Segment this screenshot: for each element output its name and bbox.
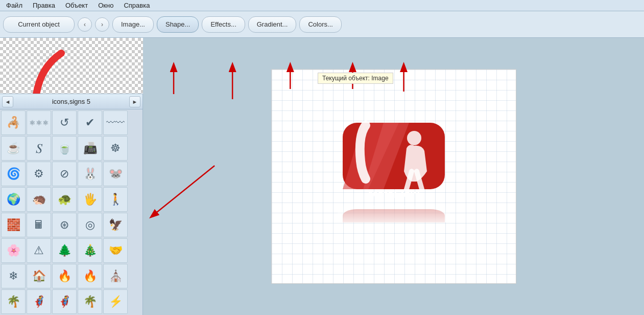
icon-cell[interactable]: ◎ <box>78 213 102 237</box>
menu-object[interactable]: Объект <box>63 2 90 9</box>
icon-cell[interactable]: 🤝 <box>103 238 128 263</box>
icon-cell[interactable]: ✔ <box>78 110 102 135</box>
icon-cell[interactable]: 🦅 <box>103 213 128 237</box>
effects-button[interactable]: Effects... <box>202 16 245 33</box>
menu-window[interactable]: Окно <box>96 2 115 9</box>
icon-cell[interactable]: 🦂 <box>1 110 26 135</box>
nav-forward-button[interactable]: › <box>95 17 109 32</box>
svg-text:MetaFlow: MetaFlow <box>368 188 419 200</box>
icon-cell[interactable]: 🦸 <box>52 289 77 314</box>
icon-cell[interactable]: 🌍 <box>1 187 26 212</box>
icon-cell[interactable]: ❄ <box>1 264 26 288</box>
toolbar: Current object ‹ › Image... Shape... Eff… <box>0 11 644 38</box>
icons-panel: ◄ icons,signs 5 ► 🦂 ⚛⚛⚛ ↺ ✔ 〰〰 ☕ 𝑆 🍵 📠 <box>0 94 142 315</box>
svg-rect-12 <box>338 205 450 222</box>
icon-cell[interactable]: 〰〰 <box>103 110 128 135</box>
icon-cell[interactable]: 🌴 <box>1 289 26 314</box>
icon-cell[interactable]: 🎄 <box>78 238 102 263</box>
menu-file[interactable]: Файл <box>4 2 25 9</box>
icon-cell[interactable]: 🦸 <box>27 289 51 314</box>
icon-cell[interactable]: 🖩 <box>27 213 51 237</box>
icon-cell[interactable]: 🖐 <box>78 187 102 212</box>
icon-cell[interactable]: 🍵 <box>52 136 77 161</box>
preview-area <box>0 38 143 94</box>
icon-cell[interactable]: 🔥 <box>78 264 102 288</box>
icon-cell[interactable]: 𝑆 <box>27 136 51 161</box>
canvas-area: Текущий объект: Image <box>143 38 644 315</box>
left-panel: ◄ icons,signs 5 ► 🦂 ⚛⚛⚛ ↺ ✔ 〰〰 ☕ 𝑆 🍵 📠 <box>0 38 143 315</box>
menu-edit[interactable]: Правка <box>31 2 57 9</box>
icon-cell[interactable]: ☸ <box>103 136 128 161</box>
canvas-container: MetaFlow MetaFlow <box>147 42 640 311</box>
icon-cell[interactable]: 📠 <box>78 136 102 161</box>
menu-help[interactable]: Справка <box>122 2 152 9</box>
metaflow-logo: MetaFlow MetaFlow <box>338 120 450 222</box>
icon-cell[interactable]: ⚙ <box>27 162 51 186</box>
icon-cell[interactable]: 🏠 <box>27 264 51 288</box>
icon-cell[interactable]: 🐭 <box>103 162 128 186</box>
canvas-frame[interactable]: MetaFlow MetaFlow <box>271 69 516 284</box>
icon-cell[interactable]: 🌸 <box>1 238 26 263</box>
current-object-button[interactable]: Current object <box>3 16 75 33</box>
menubar: Файл Правка Объект Окно Справка <box>0 0 644 11</box>
icon-cell[interactable]: 🐰 <box>78 162 102 186</box>
icons-grid: 🦂 ⚛⚛⚛ ↺ ✔ 〰〰 ☕ 𝑆 🍵 📠 ☸ 🌀 ⚙ ⊘ 🐰 � <box>1 110 141 314</box>
icon-cell[interactable]: 🧱 <box>1 213 26 237</box>
icon-cell[interactable]: 🐢 <box>52 187 77 212</box>
shape-button[interactable]: Shape... <box>157 16 199 33</box>
icon-cell[interactable]: ☕ <box>1 136 26 161</box>
icon-cell[interactable]: ⚠ <box>27 238 51 263</box>
icon-cell[interactable]: 🔥 <box>52 264 77 288</box>
panel-nav-right[interactable]: ► <box>129 96 140 107</box>
icon-cell[interactable]: ↺ <box>52 110 77 135</box>
icons-scroll-area[interactable]: 🦂 ⚛⚛⚛ ↺ ✔ 〰〰 ☕ 𝑆 🍵 📠 ☸ 🌀 ⚙ ⊘ 🐰 � <box>0 109 142 315</box>
icons-panel-header: ◄ icons,signs 5 ► <box>0 94 142 109</box>
icon-cell[interactable]: 🌀 <box>1 162 26 186</box>
image-button[interactable]: Image... <box>112 16 154 33</box>
icon-cell[interactable]: ⛪ <box>103 264 128 288</box>
panel-title: icons,signs 5 <box>13 98 129 105</box>
icon-cell[interactable]: 🦔 <box>27 187 51 212</box>
panel-nav-left[interactable]: ◄ <box>2 96 13 107</box>
main-area: ◄ icons,signs 5 ► 🦂 ⚛⚛⚛ ↺ ✔ 〰〰 ☕ 𝑆 🍵 📠 <box>0 38 644 315</box>
svg-point-8 <box>407 131 421 145</box>
icon-cell[interactable]: ⚛⚛⚛ <box>27 110 51 135</box>
icon-cell[interactable]: 🚶 <box>103 187 128 212</box>
nav-back-button[interactable]: ‹ <box>78 17 92 32</box>
colors-button[interactable]: Colors... <box>299 16 341 33</box>
icon-cell[interactable]: ⚡ <box>103 289 128 314</box>
icon-cell[interactable]: ⊘ <box>52 162 77 186</box>
icon-cell[interactable]: 🌴 <box>78 289 102 314</box>
icon-cell[interactable]: ⊛ <box>52 213 77 237</box>
icon-cell[interactable]: 🌲 <box>52 238 77 263</box>
gradient-button[interactable]: Gradient... <box>248 16 297 33</box>
preview-curve <box>20 48 77 94</box>
